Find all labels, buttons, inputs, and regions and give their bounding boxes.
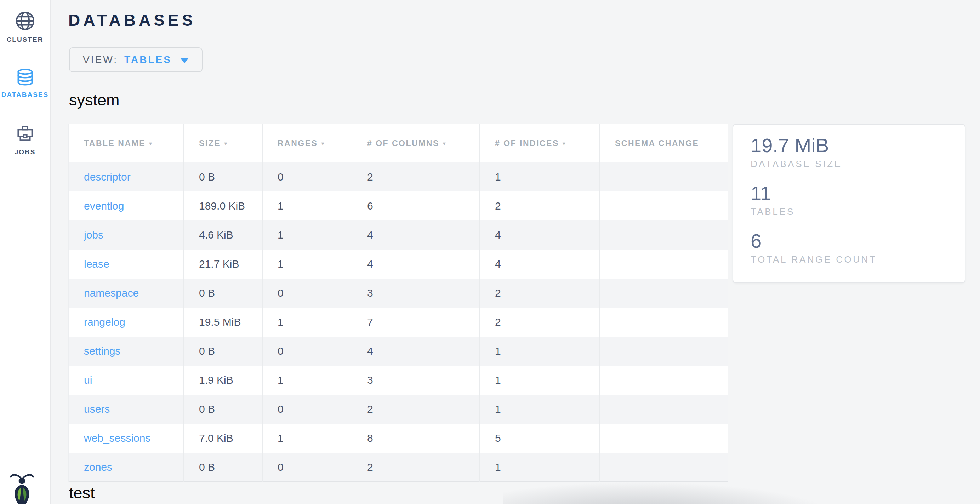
schema-change-cell	[600, 453, 727, 482]
ranges-cell: 1	[262, 308, 352, 337]
sidebar-item-cluster[interactable]: CLUSTER	[0, 11, 50, 43]
table-name-link[interactable]: rangelog	[84, 316, 125, 328]
ranges-cell: 0	[262, 394, 352, 424]
stat-value: 11	[751, 183, 951, 203]
view-selector-dropdown[interactable]: VIEW: TABLES	[69, 48, 202, 72]
columns-cell: 2	[352, 162, 480, 191]
columns-cell: 3	[352, 278, 480, 308]
size-cell: 21.7 KiB	[184, 250, 262, 278]
system-tables-table: TABLE NAME▾ SIZE▾ RANGES▾ # OF COLUMNS▾ …	[68, 124, 727, 482]
table-row: eventlog 189.0 KiB 1 6 2	[69, 191, 727, 221]
table-name-link[interactable]: settings	[84, 345, 120, 357]
schema-change-cell	[600, 308, 727, 337]
indices-cell: 1	[480, 394, 600, 424]
schema-change-cell	[600, 337, 727, 366]
columns-cell: 2	[352, 394, 480, 424]
sort-arrow-icon: ▾	[224, 140, 228, 146]
column-header-indices[interactable]: # OF INDICES▾	[480, 124, 600, 162]
size-cell: 0 B	[184, 278, 262, 308]
table-row: users 0 B 0 2 1	[69, 394, 727, 424]
columns-cell: 4	[352, 337, 480, 366]
size-cell: 0 B	[184, 162, 262, 191]
page-title: DATABASES	[68, 11, 196, 30]
table-row: settings 0 B 0 4 1	[69, 337, 727, 366]
table-name-link[interactable]: zones	[84, 461, 112, 473]
size-cell: 4.6 KiB	[184, 221, 262, 250]
table-row: rangelog 19.5 MiB 1 7 2	[69, 308, 727, 337]
ranges-cell: 0	[262, 162, 352, 191]
column-header-size[interactable]: SIZE▾	[184, 124, 262, 162]
table-row: ui 1.9 KiB 1 3 1	[69, 366, 727, 394]
table-row: web_sessions 7.0 KiB 1 8 5	[69, 424, 727, 453]
view-selector-value: TABLES	[124, 54, 172, 65]
sidebar: CLUSTER DATABASES	[0, 0, 51, 504]
stat-database-size: 19.7 MiB DATABASE SIZE	[751, 135, 951, 170]
ranges-cell: 1	[262, 424, 352, 453]
columns-cell: 4	[352, 221, 480, 250]
sort-arrow-icon: ▾	[563, 140, 566, 146]
columns-cell: 7	[352, 308, 480, 337]
sidebar-item-databases[interactable]: DATABASES	[0, 68, 50, 99]
columns-cell: 8	[352, 424, 480, 453]
stat-label: TOTAL RANGE COUNT	[751, 254, 951, 265]
table-name-link[interactable]: jobs	[84, 229, 103, 241]
sidebar-item-jobs[interactable]: JOBS	[0, 124, 50, 156]
schema-change-cell	[600, 366, 727, 394]
column-header-ranges[interactable]: RANGES▾	[262, 124, 352, 162]
indices-cell: 5	[480, 424, 600, 453]
table-row: namespace 0 B 0 3 2	[69, 278, 727, 308]
columns-cell: 2	[352, 453, 480, 482]
table-name-link[interactable]: descriptor	[84, 171, 130, 183]
table-name-link[interactable]: web_sessions	[84, 432, 151, 444]
table-row: descriptor 0 B 0 2 1	[69, 162, 727, 191]
size-cell: 19.5 MiB	[184, 308, 262, 337]
indices-cell: 4	[480, 221, 600, 250]
indices-cell: 1	[480, 162, 600, 191]
database-heading-system: system	[69, 92, 120, 108]
table-name-link[interactable]: namespace	[84, 287, 139, 299]
ranges-cell: 0	[262, 453, 352, 482]
database-icon	[16, 68, 34, 86]
table-name-link[interactable]: eventlog	[84, 200, 124, 211]
schema-change-cell	[600, 250, 727, 278]
sidebar-item-label: CLUSTER	[7, 36, 43, 43]
size-cell: 7.0 KiB	[184, 424, 262, 453]
globe-icon	[15, 11, 35, 31]
size-cell: 1.9 KiB	[184, 366, 262, 394]
schema-change-cell	[600, 424, 727, 453]
ranges-cell: 1	[262, 250, 352, 278]
table-header-row: TABLE NAME▾ SIZE▾ RANGES▾ # OF COLUMNS▾ …	[69, 124, 727, 162]
sort-arrow-icon: ▾	[443, 140, 447, 146]
size-cell: 0 B	[184, 394, 262, 424]
ranges-cell: 1	[262, 191, 352, 221]
stat-value: 19.7 MiB	[751, 135, 951, 155]
size-cell: 189.0 KiB	[184, 191, 262, 221]
sidebar-item-label: JOBS	[14, 148, 36, 156]
table-name-link[interactable]: ui	[84, 374, 92, 386]
schema-change-cell	[600, 278, 727, 308]
indices-cell: 1	[480, 453, 600, 482]
column-header-columns[interactable]: # OF COLUMNS▾	[352, 124, 480, 162]
stat-label: TABLES	[751, 206, 951, 217]
ranges-cell: 1	[262, 221, 352, 250]
table-name-link[interactable]: users	[84, 403, 110, 415]
size-cell: 0 B	[184, 453, 262, 482]
ranges-cell: 0	[262, 278, 352, 308]
schema-change-cell	[600, 191, 727, 221]
table-name-link[interactable]: lease	[84, 258, 110, 270]
ranges-cell: 0	[262, 337, 352, 366]
table-row: jobs 4.6 KiB 1 4 4	[69, 221, 727, 250]
view-selector-label: VIEW:	[83, 54, 118, 65]
table-row: zones 0 B 0 2 1	[69, 453, 727, 482]
indices-cell: 2	[480, 191, 600, 221]
database-heading-test: test	[69, 485, 95, 501]
column-header-table-name[interactable]: TABLE NAME▾	[69, 124, 184, 162]
chevron-down-icon	[180, 58, 189, 64]
stat-label: DATABASE SIZE	[751, 159, 951, 170]
indices-cell: 2	[480, 308, 600, 337]
schema-change-cell	[600, 221, 727, 250]
size-cell: 0 B	[184, 337, 262, 366]
indices-cell: 2	[480, 278, 600, 308]
databases-page: CLUSTER DATABASES	[0, 0, 980, 504]
cockroach-logo	[8, 471, 36, 504]
